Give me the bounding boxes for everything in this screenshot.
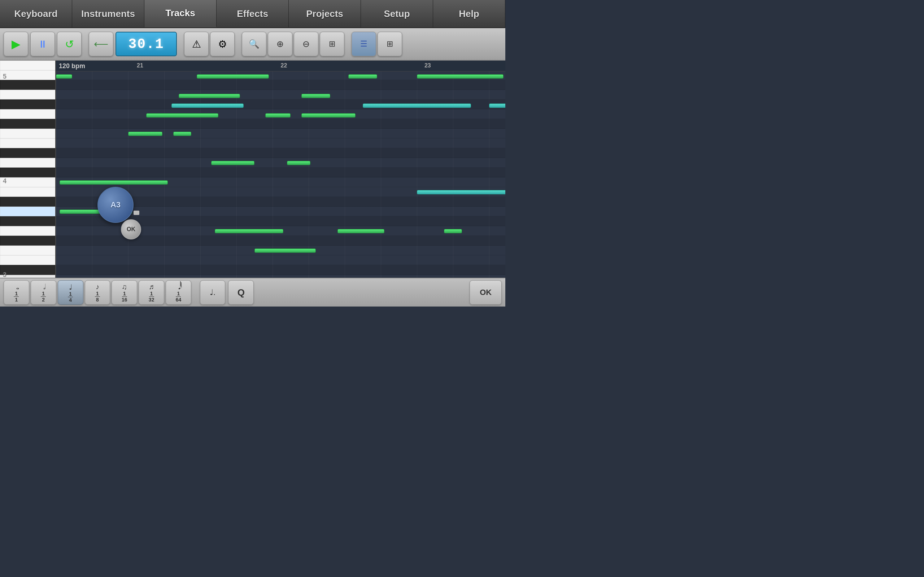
svg-rect-11: [0, 148, 56, 158]
note-value-1-64[interactable]: 𝅘𝅥𝅲 1 64: [166, 280, 191, 305]
eighth-note-icon: ♪: [96, 283, 99, 291]
toolbar: ▶ ⏸ ↺ ⟵ 30.1 ⚠ ⚙ 🔍 ⊕ ⊖ ⊞ ☰: [0, 28, 505, 61]
note-indicator: [134, 211, 139, 215]
metronome2-button[interactable]: ⚙: [210, 32, 234, 56]
pause-button[interactable]: ⏸: [30, 32, 55, 56]
note-7[interactable]: [171, 103, 244, 108]
zoom-out-button[interactable]: ⊖: [294, 32, 318, 56]
tab-tracks[interactable]: Tracks: [144, 0, 216, 27]
grid-view-button[interactable]: ⊞: [378, 32, 402, 56]
note-12[interactable]: [301, 113, 355, 118]
zoom-fit-button[interactable]: ⊞: [320, 32, 344, 56]
note-22[interactable]: [60, 180, 168, 185]
tab-help[interactable]: Help: [433, 0, 505, 27]
svg-rect-16: [0, 197, 56, 206]
note-value-1-2[interactable]: 𝅗𝅥 1 2: [31, 280, 56, 305]
dotted-note-button[interactable]: ♩.: [200, 280, 226, 305]
note-18[interactable]: [287, 161, 310, 165]
note-9[interactable]: [489, 103, 505, 108]
note-value-1-8[interactable]: ♪ 1 8: [85, 280, 110, 305]
metronome1-icon: ⚠: [192, 38, 201, 50]
note-16[interactable]: [444, 229, 462, 233]
svg-rect-8: [0, 119, 56, 129]
note-10[interactable]: [146, 113, 218, 118]
tab-effects[interactable]: Effects: [216, 0, 289, 27]
ok-button[interactable]: OK: [470, 280, 502, 305]
zoom-icon: 🔍: [249, 39, 260, 49]
black-row-bb4: [56, 80, 505, 90]
note-23[interactable]: [417, 190, 505, 194]
tab-setup[interactable]: Setup: [361, 0, 433, 27]
note-21[interactable]: [338, 229, 384, 233]
svg-rect-9: [0, 129, 56, 139]
dotted-note-icon: ♩.: [210, 288, 215, 297]
svg-rect-7: [0, 109, 56, 119]
note-value-1-32[interactable]: ♬ 1 32: [139, 280, 164, 305]
note-11[interactable]: [265, 113, 291, 118]
svg-rect-18: [0, 216, 56, 226]
svg-rect-6: [0, 100, 56, 109]
note-17[interactable]: [211, 161, 254, 165]
tab-instruments[interactable]: Instruments: [72, 0, 144, 27]
svg-rect-14: [0, 177, 56, 187]
zoom-button[interactable]: 🔍: [242, 32, 267, 56]
svg-rect-13: [0, 168, 56, 177]
zoom-fit-icon: ⊞: [329, 39, 335, 49]
tab-keyboard[interactable]: Keyboard: [0, 0, 72, 27]
note-4[interactable]: [417, 74, 504, 79]
metronome-group: ⚠ ⚙: [184, 32, 234, 56]
note-8[interactable]: [363, 103, 471, 108]
nav-tabs: Keyboard Instruments Tracks Effects Proj…: [0, 0, 505, 28]
svg-text:4: 4: [3, 177, 6, 185]
marker-22: 22: [281, 62, 287, 69]
note-2[interactable]: [197, 74, 269, 79]
svg-rect-19: [0, 226, 56, 236]
black-row-eb4: [56, 148, 505, 158]
play-button[interactable]: ▶: [3, 32, 28, 56]
ok-label: OK: [480, 288, 492, 297]
note-bubble-a3: A3: [97, 187, 134, 223]
black-row-eb3: [56, 265, 505, 275]
loop-button[interactable]: ↺: [57, 32, 82, 56]
list-view-button[interactable]: ☰: [352, 32, 376, 56]
note-14[interactable]: [173, 132, 191, 136]
zoom-out-icon: ⊖: [302, 39, 310, 49]
note-5[interactable]: [179, 94, 240, 98]
svg-text:5: 5: [3, 73, 6, 80]
note-value-1-4[interactable]: ♩ 1 4: [58, 280, 83, 305]
note-20[interactable]: [215, 229, 283, 233]
svg-rect-17: [0, 206, 56, 216]
note-24[interactable]: [254, 248, 316, 253]
piano-keyboard: /* generated below */: [0, 61, 56, 278]
svg-rect-21: [0, 246, 56, 255]
piano-roll[interactable]: 120 bpm 21 22 23: [56, 61, 505, 278]
undo-button[interactable]: ⟵: [89, 32, 113, 56]
ok-bubble[interactable]: OK: [121, 219, 141, 239]
svg-rect-12: [0, 158, 56, 168]
note-value-1-1[interactable]: 𝅝 1 1: [3, 280, 29, 305]
zoom-in-button[interactable]: ⊕: [268, 32, 292, 56]
svg-rect-3: [0, 70, 56, 80]
marker-21: 21: [137, 62, 143, 69]
tab-projects[interactable]: Projects: [289, 0, 361, 27]
metronome2-icon: ⚙: [218, 38, 227, 50]
grid-view-icon: ⊞: [386, 39, 393, 49]
note-3[interactable]: [348, 74, 377, 79]
note-value-1-16[interactable]: ♫ 1 16: [111, 280, 137, 305]
thirty-second-note-icon: ♬: [149, 283, 154, 291]
marker-23: 23: [425, 62, 431, 69]
note-bubble-label: A3: [110, 200, 121, 210]
black-row-gb3: [56, 236, 505, 246]
time-display: 30.1: [115, 32, 177, 56]
svg-rect-5: [0, 90, 56, 100]
quantize-button[interactable]: Q: [228, 280, 254, 305]
metronome1-button[interactable]: ⚠: [184, 32, 208, 56]
undo-icon: ⟵: [94, 38, 108, 50]
black-row-db4: [56, 168, 505, 177]
note-13[interactable]: [128, 132, 162, 136]
svg-rect-22: [0, 255, 56, 265]
sixteenth-note-icon: ♫: [122, 283, 127, 291]
pause-icon: ⏸: [37, 38, 48, 50]
note-6[interactable]: [301, 94, 330, 98]
note-1[interactable]: [56, 74, 72, 79]
